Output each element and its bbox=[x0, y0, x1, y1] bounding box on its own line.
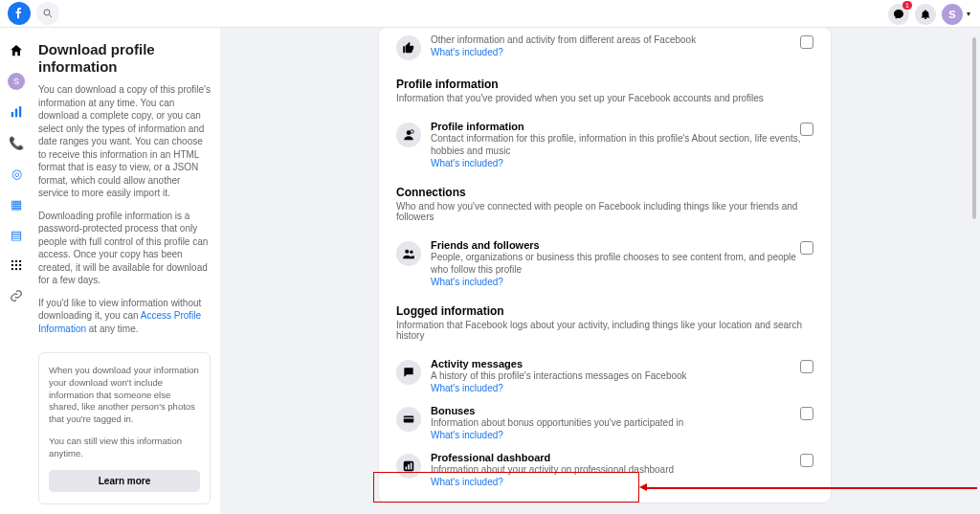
sidebar-p2: Downloading profile information is a pas… bbox=[38, 210, 211, 287]
rail-profile[interactable]: S bbox=[7, 72, 26, 91]
svg-rect-18 bbox=[404, 416, 414, 423]
row-desc: A history of this profile's interactions… bbox=[431, 369, 813, 382]
facebook-logo[interactable] bbox=[8, 2, 31, 25]
checkbox[interactable] bbox=[800, 35, 813, 49]
section-title: Logged information bbox=[396, 304, 813, 318]
thumb-icon bbox=[396, 35, 421, 60]
rail-insights[interactable] bbox=[7, 102, 26, 122]
row-title: Friends and followers bbox=[431, 239, 813, 251]
svg-rect-2 bbox=[11, 112, 13, 117]
bell-icon bbox=[920, 9, 931, 20]
sidebar-p1: You can download a copy of this profile'… bbox=[38, 83, 211, 200]
option-row[interactable]: Friends and followersPeople, organizatio… bbox=[379, 235, 831, 295]
row-title: Activity messages bbox=[431, 358, 813, 369]
rail-menu[interactable] bbox=[7, 256, 26, 275]
row-title: Bonuses bbox=[431, 405, 813, 416]
grid-icon bbox=[10, 258, 23, 272]
option-row[interactable]: Profile informationContact information f… bbox=[379, 117, 831, 176]
row-desc: People, organizations or business this p… bbox=[431, 251, 813, 276]
svg-rect-4 bbox=[19, 106, 21, 117]
left-rail: S 📞 ◎ ▦ ▤ bbox=[0, 28, 33, 514]
svg-line-1 bbox=[50, 15, 53, 18]
whats-included-link[interactable]: What's included? bbox=[431, 47, 813, 57]
svg-point-9 bbox=[15, 264, 17, 266]
option-row[interactable]: Activity messagesA history of this profi… bbox=[379, 354, 831, 401]
row-desc: Information about bonus opportunities yo… bbox=[431, 416, 813, 429]
row-desc: Other information and activity from diff… bbox=[431, 34, 813, 46]
messenger-icon bbox=[893, 9, 904, 20]
header-right: 1 S ▾ bbox=[888, 0, 970, 28]
section: Profile informationInformation that you'… bbox=[379, 68, 831, 117]
svg-point-8 bbox=[11, 264, 13, 266]
option-row[interactable]: Professional dashboardInformation about … bbox=[379, 448, 831, 495]
section: ConnectionsWho and how you've connected … bbox=[379, 176, 831, 235]
sidebar: Download profile information You can dow… bbox=[33, 28, 220, 514]
section-title: Connections bbox=[396, 186, 813, 199]
rail-item-7[interactable]: ▤ bbox=[7, 225, 26, 244]
row-title: Professional dashboard bbox=[431, 452, 813, 463]
svg-point-12 bbox=[15, 268, 17, 270]
row-other-info[interactable]: Other information and activity from diff… bbox=[379, 30, 831, 68]
note-text-1: When you download your information your … bbox=[49, 365, 200, 426]
svg-point-5 bbox=[11, 260, 13, 262]
svg-rect-19 bbox=[404, 417, 414, 418]
scrollbar-thumb[interactable] bbox=[972, 37, 976, 219]
sidebar-p3: If you'd like to view information withou… bbox=[38, 297, 211, 336]
sidebar-note-card: When you download your information your … bbox=[38, 352, 211, 504]
svg-point-15 bbox=[411, 130, 414, 134]
section-desc: Who and how you've connected with people… bbox=[396, 201, 813, 222]
notifications-button[interactable] bbox=[915, 4, 936, 25]
messenger-button[interactable]: 1 bbox=[888, 4, 909, 25]
card-icon bbox=[396, 407, 421, 432]
whats-included-link[interactable]: What's included? bbox=[431, 477, 813, 487]
chat-icon bbox=[396, 360, 421, 385]
svg-point-13 bbox=[19, 268, 21, 270]
checkbox[interactable] bbox=[800, 241, 813, 255]
svg-point-11 bbox=[11, 268, 13, 270]
section: Logged informationInformation that Faceb… bbox=[379, 295, 831, 354]
svg-rect-22 bbox=[408, 464, 410, 469]
checkbox[interactable] bbox=[800, 454, 813, 467]
checkbox[interactable] bbox=[800, 123, 813, 136]
rail-home[interactable] bbox=[7, 41, 26, 60]
whats-included-link[interactable]: What's included? bbox=[431, 158, 813, 168]
sidebar-title: Download profile information bbox=[38, 41, 211, 76]
section-desc: Information that Facebook logs about you… bbox=[396, 320, 813, 341]
home-icon bbox=[9, 43, 24, 58]
option-row[interactable]: BonusesInformation about bonus opportuni… bbox=[379, 401, 831, 448]
svg-point-6 bbox=[15, 260, 17, 262]
rail-link[interactable] bbox=[7, 286, 26, 305]
messenger-badge: 1 bbox=[902, 1, 912, 10]
main-content: Other information and activity from diff… bbox=[220, 28, 980, 514]
svg-rect-3 bbox=[15, 109, 17, 118]
avatar-icon: S bbox=[8, 73, 25, 90]
svg-point-10 bbox=[19, 264, 21, 266]
account-avatar[interactable]: S bbox=[942, 4, 963, 25]
row-desc: Contact information for this profile, in… bbox=[431, 132, 813, 157]
bars-icon bbox=[10, 105, 23, 119]
svg-point-7 bbox=[19, 260, 21, 262]
top-header: 1 S ▾ bbox=[0, 0, 980, 28]
row-title: Profile information bbox=[431, 121, 813, 132]
rail-item-5[interactable]: ◎ bbox=[7, 164, 26, 183]
search-button[interactable] bbox=[36, 2, 59, 25]
section-desc: Information that you've provided when yo… bbox=[396, 93, 813, 103]
learn-more-button[interactable]: Learn more bbox=[49, 470, 200, 492]
rail-item-6[interactable]: ▦ bbox=[7, 194, 26, 213]
profile-icon bbox=[396, 123, 421, 147]
svg-point-16 bbox=[405, 250, 409, 254]
svg-rect-23 bbox=[411, 463, 412, 470]
rail-item-4[interactable]: 📞 bbox=[7, 133, 26, 152]
whats-included-link[interactable]: What's included? bbox=[431, 277, 813, 287]
people-icon bbox=[396, 241, 421, 266]
chevron-down-icon[interactable]: ▾ bbox=[967, 10, 970, 18]
note-text-2: You can still view this information anyt… bbox=[49, 436, 200, 460]
checkbox[interactable] bbox=[800, 360, 813, 373]
avatar-letter: S bbox=[948, 9, 955, 20]
svg-rect-21 bbox=[406, 467, 408, 470]
whats-included-link[interactable]: What's included? bbox=[431, 430, 813, 440]
checkbox[interactable] bbox=[800, 407, 813, 420]
section-title: Profile information bbox=[396, 78, 813, 91]
search-icon bbox=[42, 8, 54, 19]
whats-included-link[interactable]: What's included? bbox=[431, 383, 813, 393]
